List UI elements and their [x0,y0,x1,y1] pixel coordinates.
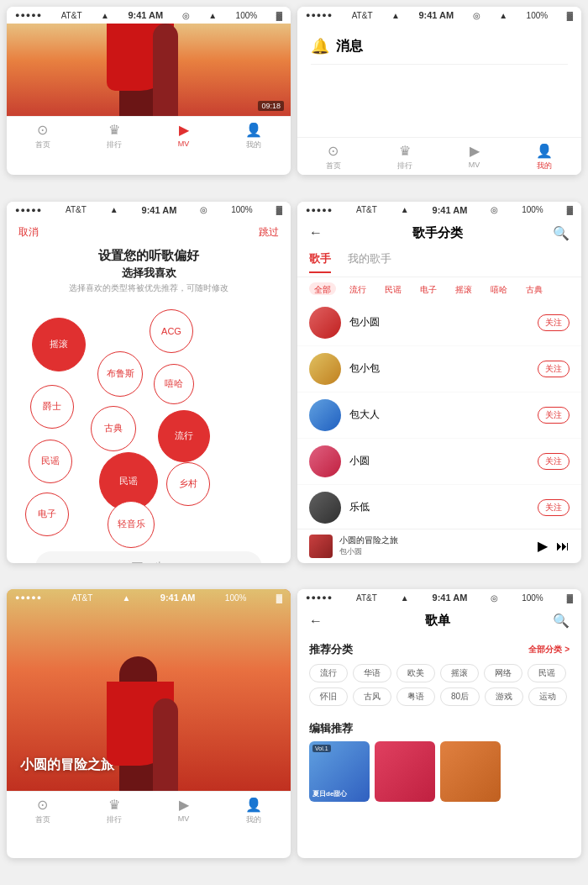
cat-sport[interactable]: 运动 [528,687,567,706]
genre-light-music[interactable]: 轻音乐 [108,501,155,548]
tab-rank-2[interactable]: ♛ 排行 [397,143,412,171]
cat-western[interactable]: 欧美 [396,664,435,682]
pref-title: 设置您的听歌偏好 [7,243,291,266]
follow-btn-1[interactable]: 关注 [538,314,570,331]
tab-my-singer[interactable]: 我的歌手 [348,251,391,273]
tab-home[interactable]: ⊙ 首页 [35,122,50,150]
tab-mine-label: 我的 [246,140,261,150]
status-bar-2: ●●●●● AT&T ▲ 9:41 AM ◎ ▲ 100% ▓ [297,7,581,24]
now-playing-bar[interactable]: 小圆的冒险之旅 包小圆 ▶ ⏭ [297,529,581,563]
filter-pop[interactable]: 流行 [344,282,371,295]
genre-electronic[interactable]: 电子 [25,493,69,536]
mine-icon-2: 👤 [536,143,553,159]
cat-rock[interactable]: 摇滚 [440,664,479,682]
singer-header: ← 歌手分类 🔍 [297,219,581,248]
singer-item-3[interactable]: 包大人 关注 [297,392,581,439]
battery-icon: ▓ [276,11,282,20]
singer-tab-bar: 歌手 我的歌手 [297,248,581,277]
album-cover-1: Vol.1 夏日de甜心 [309,741,370,802]
tab-mv-5[interactable]: ▶ MV [178,797,190,825]
genre-jazz[interactable]: 爵士 [30,385,74,429]
video-thumbnail[interactable]: ▶ 09:18 [7,24,291,116]
cat-80s[interactable]: 80后 [440,687,480,706]
genre-pop[interactable]: 流行 [158,410,210,462]
play-icon[interactable]: ▶ [538,538,548,554]
search-button[interactable]: 🔍 [553,225,570,241]
filter-rock[interactable]: 摇滚 [450,282,477,295]
battery-label-4: 100% [522,205,543,214]
album-card-1[interactable]: Vol.1 夏日de甜心 [309,741,370,802]
tab-rank-label-5: 排行 [107,814,122,825]
cat-nostalgia[interactable]: 怀旧 [309,687,348,706]
album-card-2[interactable] [375,741,435,802]
next-button[interactable]: 下一步 [35,551,262,563]
cat-cantonese[interactable]: 粤语 [396,687,435,706]
back-button[interactable]: ← [309,225,323,240]
genre-rock[interactable]: 摇滚 [32,318,86,371]
tab-rank[interactable]: ♛ 排行 [107,122,122,150]
singer-avatar-1 [309,307,341,339]
filter-all[interactable]: 全部 [309,282,336,295]
rank-icon-5: ♛ [108,797,120,813]
tab-home-5[interactable]: ⊙ 首页 [35,797,50,825]
bell-icon: 🔔 [311,37,329,55]
wifi-icon-2: ▲ [391,11,400,20]
tab-mine-5[interactable]: 👤 我的 [245,797,262,825]
tab-mine-label-2: 我的 [537,161,552,171]
follow-btn-5[interactable]: 关注 [538,499,570,516]
next-icon[interactable]: ⏭ [556,539,570,554]
carrier-label-4: AT&T [356,205,377,214]
cat-net[interactable]: 网络 [484,664,522,682]
skip-button[interactable]: 跳过 [259,225,279,240]
back-button-6[interactable]: ← [309,614,323,629]
singer-item-2[interactable]: 包小包 关注 [297,346,581,392]
now-playing-artist: 包小圆 [339,546,531,557]
tab-mine[interactable]: 👤 我的 [245,122,262,150]
tab-bar-1: ⊙ 首页 ♛ 排行 ▶ MV 👤 我的 [7,116,291,154]
adult-figure-5 [119,656,157,791]
tab-mv-2[interactable]: ▶ MV [469,143,480,171]
singer-item-5[interactable]: 乐低 关注 [297,485,581,529]
follow-btn-4[interactable]: 关注 [538,453,570,470]
tab-home-label-2: 首页 [326,161,341,171]
album-card-3[interactable] [440,741,501,802]
tab-rank-label-2: 排行 [397,161,412,171]
filter-hiphop[interactable]: 嘻哈 [486,282,512,295]
singer-item-1[interactable]: 包小圆 关注 [297,300,581,346]
search-button-6[interactable]: 🔍 [553,613,570,629]
tab-home-2[interactable]: ⊙ 首页 [326,143,341,171]
time-label-2: 9:41 AM [418,10,454,20]
singer-name-5: 乐低 [349,500,529,514]
filter-folk[interactable]: 民谣 [380,282,407,295]
genre-country[interactable]: 乡村 [166,462,210,506]
filter-classic[interactable]: 古典 [521,282,548,295]
tab-mine-2[interactable]: 👤 我的 [536,143,553,171]
singer-name-2: 包小包 [349,361,529,376]
child-figure-5 [153,698,178,791]
genre-hiphop[interactable]: 嘻哈 [154,364,194,404]
cancel-button[interactable]: 取消 [18,225,39,240]
tab-singer[interactable]: 歌手 [309,251,331,273]
cat-chinese[interactable]: 华语 [353,664,391,682]
singer-avatar-5 [309,492,341,524]
cat-ancient[interactable]: 古风 [353,687,391,706]
cat-game[interactable]: 游戏 [485,687,523,706]
tab-mv[interactable]: ▶ MV [178,122,190,150]
filter-electronic[interactable]: 电子 [415,282,442,295]
follow-btn-2[interactable]: 关注 [538,361,570,377]
battery-icon-5: ▓ [276,593,282,603]
genre-folk[interactable]: 民谣 [29,440,72,483]
singer-item-4[interactable]: 小圆 关注 [297,439,581,485]
notification-header: 🔔 消息 [297,24,581,64]
cat-folk[interactable]: 民谣 [528,664,566,682]
genre-classic[interactable]: 古典 [91,406,136,451]
all-cats-link[interactable]: 全部分类 > [528,644,570,656]
wifi-icon-3: ▲ [110,205,118,214]
genre-acg[interactable]: ACG [150,309,193,353]
video-duration: 09:18 [258,101,284,111]
genre-blues[interactable]: 布鲁斯 [97,351,143,397]
wifi-icon: ▲ [101,11,109,20]
cat-pop[interactable]: 流行 [309,664,348,682]
follow-btn-3[interactable]: 关注 [538,407,570,424]
tab-rank-5[interactable]: ♛ 排行 [107,797,122,825]
